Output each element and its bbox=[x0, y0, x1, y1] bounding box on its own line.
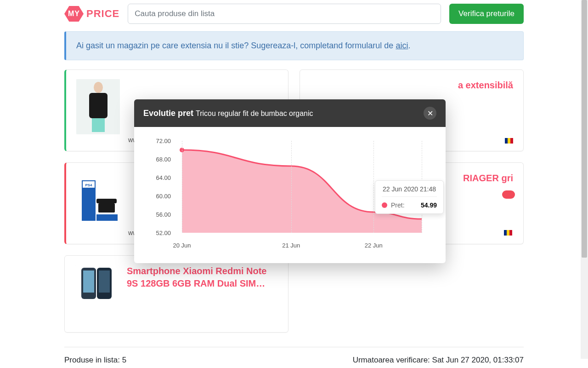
product-thumbnail: PS4 bbox=[76, 172, 120, 227]
modal-title-prefix: Evolutie pret bbox=[143, 109, 196, 118]
product-count: Produse in lista: 5 bbox=[64, 356, 126, 365]
logo-my-text: MY bbox=[68, 10, 80, 18]
y-tick-label: 60.00 bbox=[156, 193, 171, 200]
chart-y-axis: 52.0056.0060.0064.0068.0072.00 bbox=[148, 141, 174, 233]
svg-text:PS4: PS4 bbox=[85, 183, 92, 187]
alert-text-after: . bbox=[408, 41, 410, 50]
svg-rect-8 bbox=[96, 199, 117, 203]
y-tick-label: 64.00 bbox=[156, 174, 171, 181]
product-thumbnail bbox=[76, 79, 120, 134]
svg-rect-2 bbox=[89, 93, 107, 118]
grid-line bbox=[291, 141, 292, 233]
price-evolution-modal: Evolutie pret Tricou regular fit de bumb… bbox=[134, 99, 446, 263]
product-card[interactable]: Smartphone Xiaomi Redmi Note 9S 128GB 6G… bbox=[64, 255, 288, 333]
product-title: RIAGER gri bbox=[463, 172, 513, 184]
tooltip-date: 22 Jun 2020 21:48 bbox=[382, 185, 437, 197]
logo[interactable]: MY PRICE bbox=[64, 6, 119, 22]
modal-title: Evolutie pret Tricou regular fit de bumb… bbox=[143, 109, 313, 118]
count-value: 5 bbox=[122, 356, 126, 364]
count-label: Produse in lista: bbox=[64, 356, 122, 364]
scrollbar-thumb[interactable] bbox=[582, 0, 587, 258]
product-title: a extensibilă bbox=[458, 79, 513, 92]
close-button[interactable]: ✕ bbox=[424, 107, 436, 120]
verify-prices-button[interactable]: Verifica preturile bbox=[449, 4, 524, 24]
chart-x-axis: 20 Jun21 Jun22 Jun bbox=[174, 239, 424, 251]
price-badge-icon bbox=[502, 190, 515, 199]
close-icon: ✕ bbox=[427, 109, 433, 118]
next-label: Urmatoarea verificare: bbox=[353, 356, 432, 364]
modal-title-product: Tricou regular fit de bumbac organic bbox=[196, 109, 313, 117]
next-check: Urmatoarea verificare: Sat Jun 27 2020, … bbox=[353, 356, 524, 365]
logo-badge-icon: MY bbox=[64, 6, 84, 22]
header: MY PRICE Verifica preturile bbox=[64, 0, 524, 31]
svg-rect-13 bbox=[83, 270, 94, 293]
svg-rect-15 bbox=[99, 270, 110, 293]
y-tick-label: 56.00 bbox=[156, 211, 171, 218]
chart-tooltip: 22 Jun 2020 21:48 Pret: 54.99 bbox=[375, 180, 444, 214]
search-input[interactable] bbox=[128, 4, 441, 24]
scrollbar-vertical[interactable] bbox=[581, 0, 588, 359]
tooltip-label: Pret: bbox=[391, 201, 405, 209]
alert-text-before: Ai gasit un magazin pe care extensia nu … bbox=[76, 41, 396, 50]
y-tick-label: 52.00 bbox=[156, 230, 171, 236]
svg-point-1 bbox=[94, 82, 103, 93]
status-bar: Produse in lista: 5 Urmatoarea verificar… bbox=[64, 347, 524, 368]
alert-link[interactable]: aici bbox=[396, 41, 408, 50]
svg-rect-10 bbox=[96, 214, 118, 221]
x-tick-label: 21 Jun bbox=[282, 242, 300, 249]
modal-header: Evolutie pret Tricou regular fit de bumb… bbox=[134, 99, 446, 127]
grid-line bbox=[182, 141, 182, 233]
grid-line bbox=[373, 141, 374, 233]
flag-icon bbox=[505, 138, 513, 144]
tooltip-value: 54.99 bbox=[421, 201, 437, 209]
x-tick-label: 22 Jun bbox=[365, 242, 383, 249]
x-tick-label: 20 Jun bbox=[173, 242, 191, 249]
flag-icon bbox=[504, 230, 512, 236]
logo-price-text: PRICE bbox=[86, 8, 119, 20]
info-alert: Ai gasit un magazin pe care extensia nu … bbox=[64, 31, 524, 60]
next-value: Sat Jun 27 2020, 01:33:07 bbox=[432, 356, 524, 364]
svg-rect-3 bbox=[92, 118, 105, 132]
product-title: Smartphone Xiaomi Redmi Note 9S 128GB 6G… bbox=[127, 265, 278, 290]
series-dot-icon bbox=[382, 202, 387, 208]
product-thumbnail bbox=[75, 265, 119, 306]
y-tick-label: 72.00 bbox=[156, 138, 171, 144]
modal-body: 52.0056.0060.0064.0068.0072.00 20 Jun21 … bbox=[134, 127, 446, 263]
y-tick-label: 68.00 bbox=[156, 156, 171, 163]
svg-rect-9 bbox=[98, 203, 115, 213]
